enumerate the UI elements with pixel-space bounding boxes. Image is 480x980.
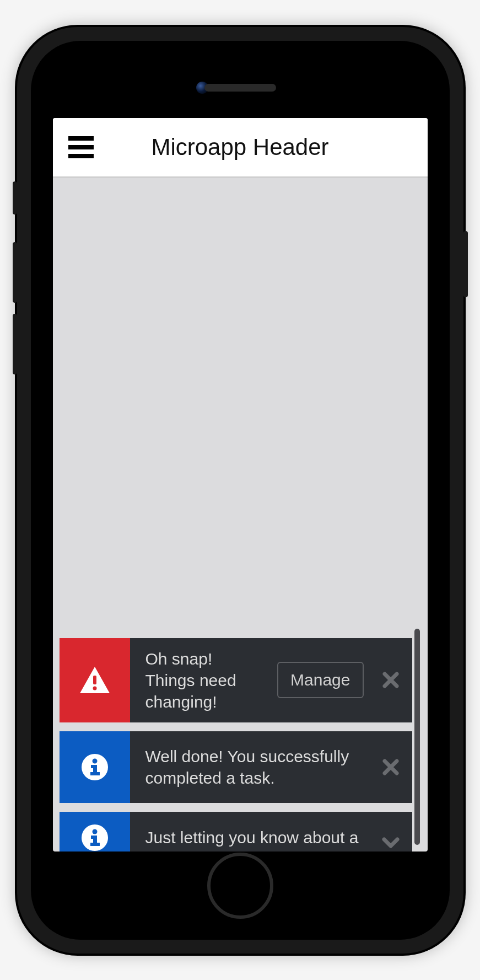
toast-message: Well done! You successfully completed a … — [130, 731, 369, 803]
close-icon — [382, 759, 399, 775]
svg-rect-6 — [90, 772, 100, 775]
page-title: Microapp Header — [53, 134, 428, 160]
toast-action-slot: Manage — [272, 638, 369, 722]
phone-speaker — [204, 84, 276, 92]
phone-volume-down — [13, 314, 17, 374]
close-icon — [382, 672, 399, 688]
phone-bezel: Microapp Header Oh snap! Things need cha… — [31, 41, 450, 940]
app-screen: Microapp Header Oh snap! Things need cha… — [53, 118, 428, 852]
toast-scrollbar[interactable] — [414, 629, 420, 845]
phone-device-frame: Microapp Header Oh snap! Things need cha… — [17, 27, 463, 954]
svg-point-1 — [93, 687, 96, 690]
toast-icon-slot — [60, 638, 130, 722]
svg-rect-11 — [90, 843, 100, 846]
toast-error: Oh snap! Things need changing! Manage — [60, 638, 412, 722]
info-circle-icon — [81, 753, 109, 781]
toast-info: Just letting you know about a — [60, 812, 412, 852]
menu-button[interactable] — [68, 136, 94, 158]
toast-message: Just letting you know about a — [130, 812, 369, 852]
phone-home-button[interactable] — [207, 853, 273, 919]
svg-point-8 — [92, 829, 97, 834]
svg-point-3 — [92, 758, 97, 763]
info-circle-icon — [81, 824, 109, 852]
toast-icon-slot — [60, 812, 130, 852]
svg-rect-0 — [93, 676, 96, 684]
manage-button[interactable]: Manage — [277, 662, 363, 698]
toast-info: Well done! You successfully completed a … — [60, 731, 412, 803]
hamburger-icon — [68, 154, 94, 158]
toast-stack: Oh snap! Things need changing! Manage — [60, 638, 412, 852]
toast-message: Oh snap! Things need changing! — [130, 638, 272, 722]
phone-volume-up — [13, 242, 17, 303]
phone-mute-switch — [13, 181, 17, 215]
warning-triangle-icon — [79, 666, 111, 694]
phone-power-button — [463, 231, 468, 297]
app-header: Microapp Header — [53, 118, 428, 178]
dismiss-button[interactable] — [369, 731, 412, 803]
hamburger-icon — [68, 136, 94, 141]
dismiss-button[interactable] — [369, 638, 412, 722]
chevron-down-icon — [382, 837, 400, 848]
toast-icon-slot — [60, 731, 130, 803]
expand-button[interactable] — [369, 812, 412, 852]
hamburger-icon — [68, 145, 94, 149]
